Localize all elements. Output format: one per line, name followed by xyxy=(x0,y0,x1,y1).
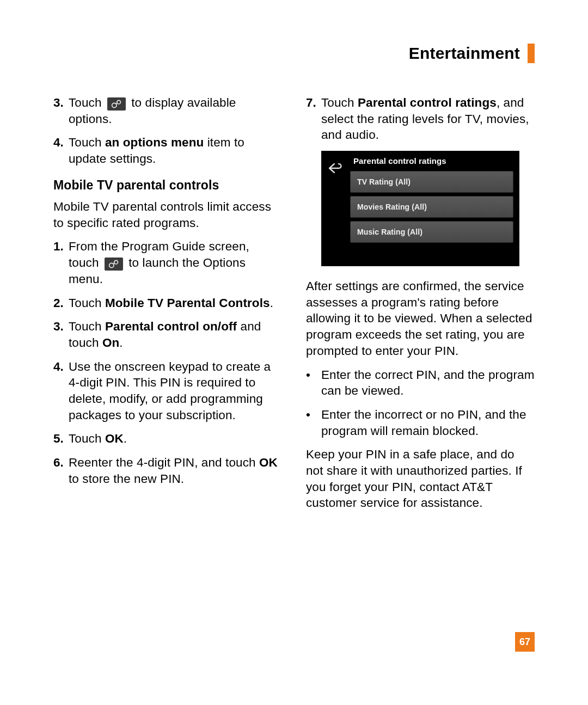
pstep-5: 5. Touch OK. xyxy=(53,431,282,447)
text: Touch xyxy=(69,432,105,445)
bold: Mobile TV Parental Controls xyxy=(105,296,270,310)
section-subhead: Mobile TV parental controls xyxy=(53,177,282,193)
list-body: Enter the incorrect or no PIN, and the p… xyxy=(321,407,535,439)
step-number: 6. xyxy=(53,455,69,487)
step-number: 1. xyxy=(53,238,69,287)
step-4: 4. Touch an options menu item to update … xyxy=(53,134,282,167)
pstep-7: 7. Touch Parental control ratings, and s… xyxy=(306,95,535,143)
bold: OK xyxy=(105,432,124,445)
step-body: Touch to display available options. xyxy=(69,95,282,127)
bold: an options menu xyxy=(105,136,204,149)
step-number: 3. xyxy=(53,95,69,127)
step-body: Touch an options menu item to update set… xyxy=(69,134,282,167)
step-body: Touch Mobile TV Parental Controls. xyxy=(69,295,282,311)
parental-ratings-screenshot: Parental control ratings TV Rating (All)… xyxy=(321,151,519,266)
back-arrow-icon xyxy=(328,162,344,179)
bullet-icon: • xyxy=(306,407,321,439)
text: Reenter the 4-digit PIN, and touch xyxy=(69,456,259,469)
page-number: 67 xyxy=(515,632,535,652)
paragraph: After settings are confirmed, the servic… xyxy=(306,278,535,359)
pstep-6: 6. Reenter the 4-digit PIN, and touch OK… xyxy=(53,455,282,487)
pstep-3: 3. Touch Parental control on/off and tou… xyxy=(53,318,282,351)
rating-row-music: Music Rating (All) xyxy=(350,221,513,243)
text: Touch xyxy=(321,96,358,109)
pstep-4: 4. Use the onscreen keypad to create a 4… xyxy=(53,359,282,424)
left-column: 3. Touch to display available options. 4… xyxy=(53,95,282,519)
text: . xyxy=(270,296,273,310)
step-body: Touch Parental control on/off and touch … xyxy=(69,318,282,351)
pstep-2: 2. Touch Mobile TV Parental Controls. xyxy=(53,295,282,311)
bold: OK xyxy=(259,456,278,469)
text: . xyxy=(124,432,127,445)
page-header: Entertainment xyxy=(53,44,535,63)
step-number: 2. xyxy=(53,295,69,311)
text: Touch xyxy=(69,96,105,109)
pin-outcomes-list: • Enter the correct PIN, and the program… xyxy=(306,367,535,439)
step-number: 7. xyxy=(306,95,321,143)
text: to store the new PIN. xyxy=(69,472,184,486)
paragraph: Keep your PIN in a safe place, and do no… xyxy=(306,446,535,511)
text: Touch xyxy=(69,320,105,333)
page: Entertainment 3. Touch to display availa… xyxy=(0,0,588,705)
step-body: Touch OK. xyxy=(69,431,282,447)
step-body: From the Program Guide screen, touch to … xyxy=(69,238,282,287)
bold: Parental control ratings xyxy=(358,96,497,109)
bold: On xyxy=(102,336,119,350)
ratings-panel-title: Parental control ratings xyxy=(353,156,513,167)
step-number: 5. xyxy=(53,431,69,447)
rating-row-movies: Movies Rating (All) xyxy=(350,196,513,218)
screenshot-inner: Parental control ratings TV Rating (All)… xyxy=(322,151,519,266)
right-column: 7. Touch Parental control ratings, and s… xyxy=(306,95,535,519)
step-number: 3. xyxy=(53,318,69,351)
step-number: 4. xyxy=(53,359,69,424)
bullet-icon: • xyxy=(306,367,321,399)
text: Touch xyxy=(69,136,105,149)
bold: Parental control on/off xyxy=(105,320,237,333)
step-number: 4. xyxy=(53,134,69,167)
pstep-1: 1. From the Program Guide screen, touch … xyxy=(53,238,282,287)
parental-steps-list: 1. From the Program Guide screen, touch … xyxy=(53,238,282,487)
step-body: Touch Parental control ratings, and sele… xyxy=(321,95,535,143)
header-accent-bar xyxy=(528,44,535,63)
continued-steps-list: 3. Touch to display available options. 4… xyxy=(53,95,282,167)
step-body: Use the onscreen keypad to create a 4-di… xyxy=(69,359,282,424)
options-icon xyxy=(107,97,126,111)
text: . xyxy=(119,336,122,350)
step-body: Reenter the 4-digit PIN, and touch OK to… xyxy=(69,455,282,487)
ratings-panel: Parental control ratings TV Rating (All)… xyxy=(350,151,519,266)
text: Touch xyxy=(69,296,105,310)
back-column xyxy=(322,151,350,266)
content-columns: 3. Touch to display available options. 4… xyxy=(53,95,535,519)
parental-steps-list-cont: 7. Touch Parental control ratings, and s… xyxy=(306,95,535,143)
step-3: 3. Touch to display available options. xyxy=(53,95,282,127)
header-title: Entertainment xyxy=(409,44,520,63)
intro-paragraph: Mobile TV parental controls limit access… xyxy=(53,199,282,231)
list-body: Enter the correct PIN, and the program c… xyxy=(321,367,535,399)
list-item: • Enter the correct PIN, and the program… xyxy=(306,367,535,399)
options-icon xyxy=(105,258,123,271)
rating-row-tv: TV Rating (All) xyxy=(350,171,513,193)
list-item: • Enter the incorrect or no PIN, and the… xyxy=(306,407,535,439)
